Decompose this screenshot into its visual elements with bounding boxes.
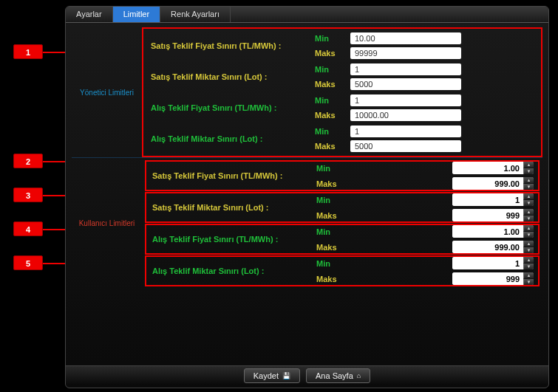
save-button-label: Kaydet [254,371,279,380]
admin-sell-price-max: 99999 [350,47,461,59]
spin-up-icon[interactable]: ▲ [523,162,534,168]
admin-section-label: Yönetici Limitleri [72,89,142,97]
user-buy-price-row: Alış Teklif Fiyat Sınırı (TL/MWh) : Min … [145,224,540,255]
user-sell-qty-row: Satış Teklif Miktar Sınırı (Lot) : Min ▲… [145,192,540,223]
home-button-label: Ana Sayfa [316,371,353,380]
admin-buy-price-max: 10000.00 [350,109,461,121]
user-sell-qty-max-input[interactable] [452,209,523,221]
user-buy-qty-min-spinner[interactable]: ▲▼ [452,257,534,269]
user-sell-price-min-spinner[interactable]: ▲▼ [452,162,534,174]
content-area: Yönetici Limitleri Satış Teklif Fiyat Sı… [66,23,548,293]
user-buy-price-max-input[interactable] [452,241,523,253]
admin-sell-price-row: Satış Teklif Fiyat Sınırı (TL/MWh) : Min… [145,30,540,61]
admin-buy-qty-row: Alış Teklif Miktar Sınırı (Lot) : Min 1 … [145,123,540,154]
user-sell-price-max-input[interactable] [452,177,523,190]
spin-up-icon[interactable]: ▲ [523,177,534,184]
admin-buy-price-row: Alış Teklif Fiyat Sınırı (TL/MWh) : Min … [145,92,540,123]
spin-up-icon[interactable]: ▲ [523,209,534,216]
tab-bar: Ayarlar Limitler Renk Ayarları [66,7,548,23]
user-buy-qty-min-input[interactable] [452,257,523,269]
user-buy-qty-max-spinner[interactable]: ▲▼ [452,272,534,285]
callout-3: 3 [13,188,43,202]
spin-down-icon[interactable]: ▼ [523,279,534,285]
admin-buy-qty-max: 5000 [350,140,461,152]
user-sell-qty-max-spinner[interactable]: ▲▼ [452,209,534,221]
footer-bar: Kaydet 💾 Ana Sayfa ⌂ [66,365,548,385]
admin-sell-qty-row: Satış Teklif Miktar Sınırı (Lot) : Min 1… [145,61,540,92]
user-limits-section: Kullanıcı Limitleri Satış Teklif Fiyat S… [72,158,542,289]
max-label: Maks [315,142,343,151]
spin-down-icon[interactable]: ▼ [523,247,534,253]
callout-1: 1 [13,44,43,59]
max-label: Maks [315,111,343,120]
spin-up-icon[interactable]: ▲ [523,272,534,279]
user-section-label: Kullanıcı Limitleri [72,219,142,227]
user-buy-qty-row: Alış Teklif Miktar Sınırı (Lot) : Min ▲▼… [145,255,540,286]
user-buy-price-max-spinner[interactable]: ▲▼ [452,241,534,253]
min-label: Min [315,34,343,43]
admin-buy-price-min: 1 [350,94,461,106]
min-label: Min [315,127,343,136]
admin-sell-qty-min: 1 [350,63,461,75]
admin-buy-qty-min: 1 [350,125,461,137]
spin-down-icon[interactable]: ▼ [523,232,534,238]
admin-rows-box: Satış Teklif Fiyat Sınırı (TL/MWh) : Min… [142,27,542,157]
max-label: Maks [316,275,344,283]
max-label: Maks [315,80,343,89]
spin-up-icon[interactable]: ▲ [523,241,534,247]
admin-buy-price-label: Alış Teklif Fiyat Sınırı (TL/MWh) : [145,103,315,112]
user-sell-qty-label: Satış Teklif Miktar Sınırı (Lot) : [146,203,316,212]
spin-down-icon[interactable]: ▼ [523,184,534,190]
user-sell-price-row: Satış Teklif Fiyat Sınırı (TL/MWh) : Min… [145,160,540,191]
user-buy-qty-label: Alış Teklif Miktar Sınırı (Lot) : [146,267,316,275]
spin-up-icon[interactable]: ▲ [523,193,534,200]
admin-limits-section: Yönetici Limitleri Satış Teklif Fiyat Sı… [72,27,542,158]
admin-sell-qty-max: 5000 [350,78,461,90]
user-buy-price-min-input[interactable] [452,225,523,238]
home-icon: ⌂ [357,372,361,379]
user-buy-price-label: Alış Teklif Fiyat Sınırı (TL/MWh) : [146,235,316,244]
callout-2: 2 [13,154,43,168]
min-label: Min [316,259,344,268]
user-sell-price-min-input[interactable] [452,162,523,174]
min-label: Min [316,196,344,204]
callout-4: 4 [13,221,43,236]
spin-down-icon[interactable]: ▼ [523,168,534,174]
spin-down-icon[interactable]: ▼ [523,200,534,206]
spin-up-icon[interactable]: ▲ [523,257,534,264]
user-sell-price-max-spinner[interactable]: ▲▼ [452,177,534,190]
spin-down-icon[interactable]: ▼ [523,264,534,269]
callout-5: 5 [13,255,43,270]
save-icon: 💾 [282,372,290,379]
min-label: Min [316,164,344,173]
min-label: Min [315,96,343,105]
settings-panel: Ayarlar Limitler Renk Ayarları Yönetici … [65,6,549,388]
max-label: Maks [315,49,343,58]
spin-down-icon[interactable]: ▼ [523,216,534,221]
min-label: Min [316,227,344,236]
admin-sell-qty-label: Satış Teklif Miktar Sınırı (Lot) : [145,72,315,81]
tab-colors[interactable]: Renk Ayarları [160,7,231,22]
admin-sell-price-min: 10.00 [350,32,461,44]
admin-buy-qty-label: Alış Teklif Miktar Sınırı (Lot) : [145,134,315,143]
user-buy-price-min-spinner[interactable]: ▲▼ [452,225,534,238]
home-button[interactable]: Ana Sayfa ⌂ [306,368,370,383]
admin-sell-price-label: Satış Teklif Fiyat Sınırı (TL/MWh) : [145,41,315,50]
user-sell-qty-min-input[interactable] [452,193,523,206]
min-label: Min [315,65,343,74]
tab-settings[interactable]: Ayarlar [66,7,113,22]
max-label: Maks [316,211,344,220]
tab-limits[interactable]: Limitler [113,7,160,22]
user-sell-price-label: Satış Teklif Fiyat Sınırı (TL/MWh) : [146,171,316,180]
save-button[interactable]: Kaydet 💾 [244,368,300,383]
spin-up-icon[interactable]: ▲ [523,225,534,232]
max-label: Maks [316,243,344,252]
user-buy-qty-max-input[interactable] [452,272,523,285]
user-rows: Satış Teklif Fiyat Sınırı (TL/MWh) : Min… [142,158,542,289]
max-label: Maks [316,179,344,188]
user-sell-qty-min-spinner[interactable]: ▲▼ [452,193,534,206]
